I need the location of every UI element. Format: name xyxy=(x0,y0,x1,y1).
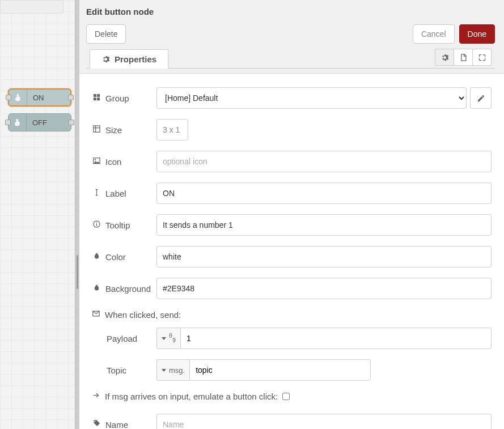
node-port-out[interactable] xyxy=(68,95,74,100)
label-size: Size xyxy=(92,125,153,135)
emulate-label: If msg arrives on input, emulate a butto… xyxy=(105,392,278,401)
node-port-in[interactable] xyxy=(6,95,11,100)
payload-type-button[interactable]: 0 9 xyxy=(156,328,180,349)
gear-icon xyxy=(441,53,449,62)
topic-input[interactable] xyxy=(189,359,371,381)
tab-icon-appearance[interactable] xyxy=(472,49,492,66)
node-label: ON xyxy=(27,94,44,102)
node-off[interactable]: OFF xyxy=(8,113,71,131)
done-button[interactable]: Done xyxy=(459,24,495,44)
name-input[interactable] xyxy=(156,414,492,429)
image-icon xyxy=(92,156,101,167)
pointer-icon xyxy=(14,93,23,102)
tooltip-input[interactable] xyxy=(156,214,492,236)
payload-input[interactable] xyxy=(180,328,492,349)
label-topic: Topic xyxy=(92,366,153,375)
info-icon xyxy=(92,220,101,230)
pencil-icon xyxy=(477,94,485,103)
cancel-button[interactable]: Cancel xyxy=(413,24,455,44)
tab-icon-settings[interactable] xyxy=(435,49,454,66)
tab-properties[interactable]: Properties xyxy=(90,49,168,69)
color-input[interactable] xyxy=(156,246,492,267)
label-tooltip: Tooltip xyxy=(92,220,153,230)
tint-icon xyxy=(92,252,101,262)
emulate-row: If msg arrives on input, emulate a butto… xyxy=(92,391,492,401)
size-icon xyxy=(92,125,101,135)
cursor-text-icon xyxy=(92,188,101,198)
label-input[interactable] xyxy=(156,182,492,204)
envelope-icon xyxy=(92,309,100,320)
emulate-checkbox[interactable] xyxy=(282,393,290,400)
label-label: Label xyxy=(92,188,153,198)
topic-type-button[interactable]: msg. xyxy=(156,359,189,381)
flow-canvas[interactable]: ON OFF xyxy=(0,0,79,429)
node-on[interactable]: ON xyxy=(8,88,71,107)
file-icon xyxy=(459,53,468,62)
properties-form: Group [Home] Default Size xyxy=(79,74,504,429)
node-port-in[interactable] xyxy=(5,120,11,125)
svg-point-0 xyxy=(94,159,96,160)
panel-title: Edit button node xyxy=(86,7,495,16)
pointer-icon xyxy=(13,118,22,127)
size-input[interactable] xyxy=(156,119,188,141)
label-background: Background xyxy=(92,283,153,294)
tab-properties-label: Properties xyxy=(115,54,156,64)
tag-icon xyxy=(92,419,101,429)
grid-icon xyxy=(92,93,101,103)
panel-header: Edit button node Delete Cancel Done Prop… xyxy=(79,0,504,74)
background-input[interactable] xyxy=(156,278,492,299)
tint-icon xyxy=(92,283,101,294)
edit-group-button[interactable] xyxy=(470,87,492,109)
when-clicked-label: When clicked, send: xyxy=(92,309,492,320)
icon-input[interactable] xyxy=(156,151,492,172)
node-port-out[interactable] xyxy=(69,120,74,125)
arrow-right-icon xyxy=(92,391,100,401)
label-group: Group xyxy=(92,93,153,103)
expand-icon xyxy=(478,53,486,62)
node-icon xyxy=(9,90,27,105)
label-icon: Icon xyxy=(92,156,153,167)
gear-icon xyxy=(101,55,110,63)
delete-button[interactable]: Delete xyxy=(86,24,126,44)
edit-panel: Edit button node Delete Cancel Done Prop… xyxy=(79,0,504,429)
number-type-icon: 0 9 xyxy=(169,334,176,343)
node-label: OFF xyxy=(27,118,47,127)
label-color: Color xyxy=(92,252,153,262)
caret-down-icon xyxy=(162,337,166,340)
node-icon xyxy=(9,114,27,131)
tab-icon-docs[interactable] xyxy=(454,49,473,66)
caret-down-icon xyxy=(162,369,166,372)
canvas-tab-strip xyxy=(0,0,63,14)
group-select[interactable]: [Home] Default xyxy=(156,87,467,109)
label-name: Name xyxy=(92,419,153,429)
panel-resize-handle[interactable] xyxy=(75,0,79,429)
tab-row: Properties xyxy=(86,46,495,69)
label-payload: Payload xyxy=(92,334,153,343)
